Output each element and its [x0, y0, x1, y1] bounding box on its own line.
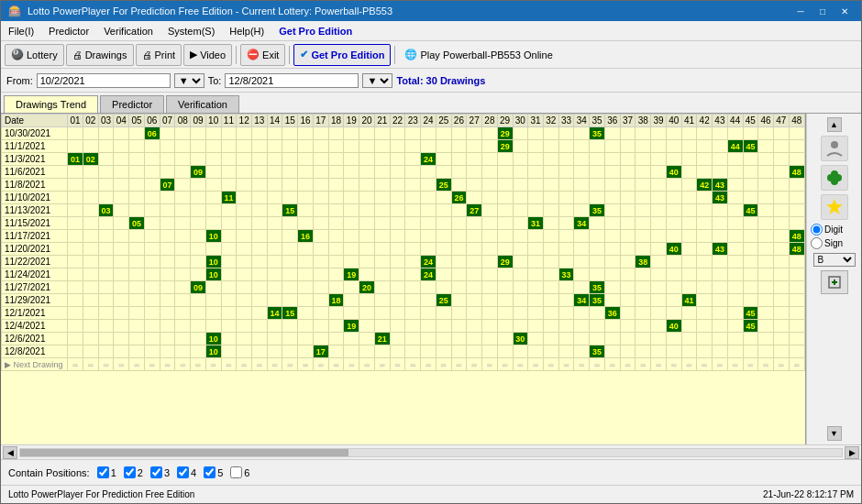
next-drawing-dash: ═	[773, 358, 789, 371]
play-online-button[interactable]: 🌐 Play Powerball-PB553 Online	[399, 47, 558, 62]
pos-3-checkbox[interactable]	[150, 466, 162, 478]
grid-cell	[68, 166, 83, 179]
menu-file[interactable]: File(I)	[1, 21, 41, 40]
grid-cell: 09	[191, 281, 206, 294]
pos-2-label[interactable]: 2	[124, 466, 143, 478]
scroll-left-button[interactable]: ◀	[3, 446, 17, 459]
scroll-right-button[interactable]: ▶	[845, 446, 859, 459]
pos-6-checkbox[interactable]	[230, 466, 242, 478]
menu-help[interactable]: Help(H)	[222, 21, 271, 40]
grid-cell	[98, 243, 114, 256]
grid-cell	[374, 127, 390, 140]
from-date-input[interactable]	[37, 73, 171, 88]
scroll-track[interactable]	[19, 448, 843, 457]
lottery-button[interactable]: 🎱 Lottery	[5, 44, 64, 66]
grid-cell	[160, 333, 175, 345]
grid-cell: 29	[497, 256, 513, 268]
title-bar: 🎰 Lotto PowerPlayer For Prediction Free …	[1, 1, 861, 21]
grid-cell	[451, 320, 467, 333]
menu-get-pro[interactable]: Get Pro Edition	[271, 21, 359, 40]
pos-5-value: 5	[217, 467, 223, 478]
icon-star[interactable]	[821, 194, 848, 220]
grid-cell	[237, 204, 252, 217]
col-31: 31	[528, 115, 544, 127]
grid-cell	[789, 153, 804, 166]
grid-cell	[68, 217, 83, 230]
grid-wrapper[interactable]: Date 01 02 03 04 05 06 07 08 09 10 11 12…	[1, 114, 806, 444]
grid-cell	[635, 153, 651, 166]
grid-cell	[298, 192, 314, 204]
grid-cell	[160, 243, 175, 256]
grid-cell: 15	[282, 307, 298, 320]
sign-radio-label[interactable]: Sign	[811, 237, 857, 249]
grid-cell	[359, 256, 375, 268]
to-date-input[interactable]	[225, 73, 359, 88]
grid-cell	[743, 192, 758, 204]
grid-cell	[68, 140, 83, 153]
pos-4-checkbox[interactable]	[177, 466, 189, 478]
grid-cell	[713, 320, 728, 333]
grid-cell	[83, 320, 98, 333]
grid-cell	[405, 179, 421, 192]
scroll-thumb[interactable]	[20, 449, 348, 456]
tab-drawings-trend[interactable]: Drawings Trend	[4, 95, 98, 113]
grid-cell	[237, 294, 252, 307]
pos-5-label[interactable]: 5	[204, 466, 223, 478]
display-select[interactable]: B A C	[813, 253, 856, 267]
next-drawing-dash: ═	[467, 358, 482, 371]
grid-cell	[558, 140, 574, 153]
grid-cell	[160, 256, 175, 268]
menu-system[interactable]: System(S)	[160, 21, 222, 40]
maximize-button[interactable]: □	[813, 4, 832, 18]
tab-verification[interactable]: Verification	[166, 95, 239, 113]
grid-cell	[758, 307, 774, 320]
pos-6-label[interactable]: 6	[230, 466, 249, 478]
grid-cell	[237, 230, 252, 243]
get-pro-button[interactable]: ✔ Get Pro Edition	[293, 44, 391, 66]
sign-radio[interactable]	[811, 237, 823, 249]
digit-radio[interactable]	[811, 224, 823, 236]
exit-button[interactable]: ⛔ Exit	[240, 44, 285, 66]
grid-cell	[451, 294, 467, 307]
from-date-select[interactable]: ▼	[174, 73, 204, 88]
grid-cell	[252, 294, 268, 307]
grid-cell	[574, 243, 590, 256]
close-button[interactable]: ✕	[835, 4, 854, 18]
horizontal-scrollbar[interactable]: ◀ ▶	[1, 444, 861, 459]
col-48: 48	[789, 115, 804, 127]
grid-cell	[144, 204, 160, 217]
menu-verification[interactable]: Verification	[96, 21, 160, 40]
pos-3-label[interactable]: 3	[150, 466, 170, 478]
to-date-select[interactable]: ▼	[362, 73, 392, 88]
pos-5-checkbox[interactable]	[204, 466, 216, 478]
grid-cell	[175, 294, 191, 307]
pos-4-label[interactable]: 4	[177, 466, 196, 478]
icon-person[interactable]	[821, 136, 848, 161]
pos-1-checkbox[interactable]	[97, 466, 109, 478]
grid-cell	[604, 204, 620, 217]
print-button[interactable]: 🖨 Print	[136, 44, 182, 66]
pos-2-checkbox[interactable]	[124, 466, 136, 478]
apply-button[interactable]	[821, 270, 848, 294]
tab-predictor[interactable]: Predictor	[100, 95, 164, 113]
video-button[interactable]: ▶ Video	[183, 44, 232, 66]
grid-cell: 24	[421, 153, 437, 166]
grid-cell	[405, 307, 421, 320]
menu-predictor[interactable]: Predictor	[41, 21, 96, 40]
grid-cell	[390, 127, 405, 140]
grid-cell	[574, 268, 590, 281]
grid-cell	[221, 281, 237, 294]
col-32: 32	[543, 115, 558, 127]
grid-cell	[574, 230, 590, 243]
grid-cell	[114, 217, 129, 230]
minimize-button[interactable]: ─	[791, 4, 810, 18]
drawings-button[interactable]: 🖨 Drawings	[66, 44, 134, 66]
scrollbar-down[interactable]: ▼	[827, 426, 842, 441]
grid-cell	[390, 268, 405, 281]
scrollbar-area[interactable]: ▲	[827, 117, 842, 132]
digit-radio-label[interactable]: Digit	[811, 224, 857, 236]
grid-cell: 45	[743, 307, 758, 320]
grid-cell	[651, 320, 667, 333]
pos-1-label[interactable]: 1	[97, 466, 116, 478]
icon-four-leaf[interactable]	[821, 165, 848, 191]
